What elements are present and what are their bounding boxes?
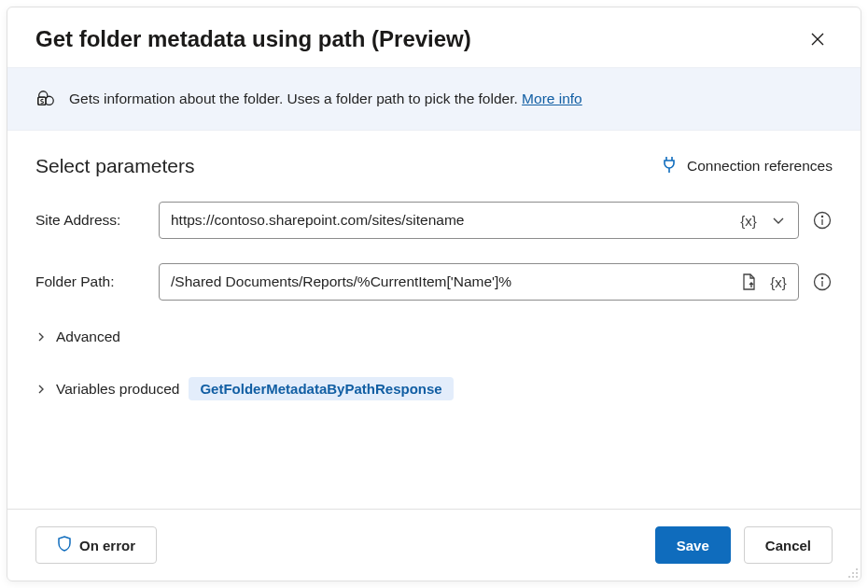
footer-actions: Save Cancel xyxy=(655,526,833,564)
svg-point-10 xyxy=(856,572,858,574)
on-error-label: On error xyxy=(79,538,135,553)
dialog-content: Select parameters Connection references … xyxy=(7,131,861,509)
folder-path-input-wrap[interactable]: {x} xyxy=(159,263,799,301)
dialog-title: Get folder metadata using path (Preview) xyxy=(35,26,471,52)
svg-point-5 xyxy=(821,216,822,217)
svg-point-11 xyxy=(848,576,850,578)
info-icon xyxy=(813,211,832,230)
variables-produced-expander[interactable]: Variables produced GetFolderMetadataByPa… xyxy=(35,373,833,404)
dropdown-button[interactable] xyxy=(766,208,791,232)
file-picker-icon xyxy=(740,273,757,291)
close-button[interactable] xyxy=(803,24,833,54)
svg-point-8 xyxy=(856,568,858,570)
info-icon xyxy=(813,273,832,291)
folder-path-input[interactable] xyxy=(171,273,736,290)
advanced-expander[interactable]: Advanced xyxy=(35,325,833,349)
section-title: Select parameters xyxy=(35,155,194,177)
section-header: Select parameters Connection references xyxy=(35,155,833,177)
site-address-input-wrap[interactable]: {x} xyxy=(159,202,799,239)
plug-icon xyxy=(661,155,678,177)
chevron-right-icon xyxy=(35,384,47,395)
folder-path-label: Folder Path: xyxy=(35,273,146,290)
variable-token-button[interactable]: {x} xyxy=(736,208,761,232)
chevron-right-icon xyxy=(35,331,47,343)
variable-token-button[interactable]: {x} xyxy=(766,270,791,294)
dialog-header: Get folder metadata using path (Preview) xyxy=(7,7,861,67)
resize-grip-icon[interactable] xyxy=(846,566,859,579)
connection-references-label: Connection references xyxy=(687,158,833,175)
cancel-button[interactable]: Cancel xyxy=(744,526,833,564)
on-error-button[interactable]: On error xyxy=(35,526,157,564)
sharepoint-icon xyxy=(35,89,56,109)
info-banner: Gets information about the folder. Uses … xyxy=(7,67,861,131)
svg-point-9 xyxy=(852,572,854,574)
file-picker-button[interactable] xyxy=(736,270,761,294)
variable-token-icon: {x} xyxy=(770,274,787,290)
svg-point-12 xyxy=(852,576,854,578)
info-text: Gets information about the folder. Uses … xyxy=(69,91,582,107)
close-icon xyxy=(810,32,825,47)
param-folder-path: Folder Path: {x} xyxy=(35,263,833,301)
connection-references-link[interactable]: Connection references xyxy=(661,155,833,177)
chevron-down-icon xyxy=(771,213,786,228)
site-address-label: Site Address: xyxy=(35,212,146,229)
advanced-label: Advanced xyxy=(56,329,120,345)
shield-icon xyxy=(57,536,72,555)
variable-badge[interactable]: GetFolderMetadataByPathResponse xyxy=(189,377,453,400)
save-button[interactable]: Save xyxy=(655,526,731,564)
dialog: Get folder metadata using path (Preview)… xyxy=(7,7,861,581)
variable-token-icon: {x} xyxy=(740,213,757,229)
site-address-help-button[interactable] xyxy=(812,210,833,231)
more-info-link[interactable]: More info xyxy=(522,91,582,106)
svg-point-13 xyxy=(856,576,858,578)
param-site-address: Site Address: {x} xyxy=(35,202,833,239)
info-message: Gets information about the folder. Uses … xyxy=(69,91,522,106)
site-address-input[interactable] xyxy=(171,212,736,229)
site-address-adornments: {x} xyxy=(736,208,791,232)
folder-path-help-button[interactable] xyxy=(812,272,833,292)
folder-path-adornments: {x} xyxy=(736,270,791,294)
dialog-footer: On error Save Cancel xyxy=(7,509,861,581)
variables-produced-label: Variables produced xyxy=(56,381,179,398)
svg-point-7 xyxy=(821,277,822,278)
